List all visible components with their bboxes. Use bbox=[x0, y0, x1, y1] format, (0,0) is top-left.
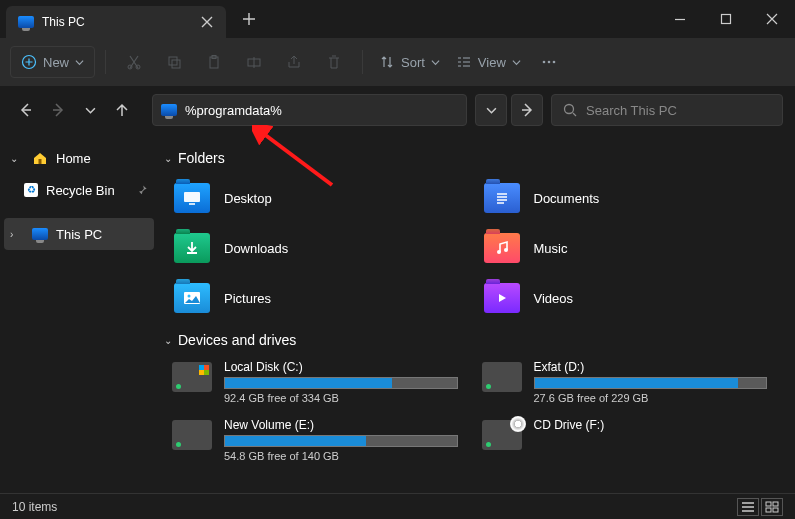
chevron-down-icon: ⌄ bbox=[164, 335, 172, 346]
navigation-pane: ⌄ Home Recycle Bin › This PC bbox=[0, 134, 158, 493]
share-button[interactable] bbox=[276, 46, 312, 78]
new-tab-button[interactable] bbox=[234, 4, 264, 34]
rename-button[interactable] bbox=[236, 46, 272, 78]
close-tab-button[interactable] bbox=[198, 13, 216, 31]
drive-exfat-d[interactable]: Exfat (D:) 27.6 GB free of 229 GB bbox=[480, 358, 790, 406]
share-icon bbox=[286, 54, 302, 70]
sort-icon bbox=[379, 54, 395, 70]
svg-point-11 bbox=[553, 61, 556, 64]
go-button[interactable] bbox=[511, 94, 543, 126]
videos-icon bbox=[484, 283, 520, 313]
drive-label: CD Drive (F:) bbox=[534, 418, 768, 432]
tab-title: This PC bbox=[42, 15, 190, 29]
address-input[interactable] bbox=[185, 103, 458, 118]
folder-documents[interactable]: Documents bbox=[480, 176, 790, 220]
sidebar-label: This PC bbox=[56, 227, 102, 242]
folder-label: Downloads bbox=[224, 241, 288, 256]
svg-rect-14 bbox=[184, 192, 200, 202]
paste-button[interactable] bbox=[196, 46, 232, 78]
view-button[interactable]: View bbox=[450, 46, 527, 78]
close-icon bbox=[764, 11, 780, 27]
drive-label: Exfat (D:) bbox=[534, 360, 768, 374]
status-bar: 10 items bbox=[0, 493, 795, 519]
desktop-icon bbox=[174, 183, 210, 213]
close-window-button[interactable] bbox=[749, 0, 795, 38]
sidebar-label: Recycle Bin bbox=[46, 183, 115, 198]
plus-circle-icon bbox=[21, 54, 37, 70]
thumbnails-view-button[interactable] bbox=[761, 498, 783, 516]
sidebar-item-home[interactable]: ⌄ Home bbox=[4, 142, 154, 174]
sidebar-item-this-pc[interactable]: › This PC bbox=[4, 218, 154, 250]
cd-drive-icon bbox=[482, 420, 522, 450]
svg-point-9 bbox=[543, 61, 546, 64]
drive-new-volume-e[interactable]: New Volume (E:) 54.8 GB free of 140 GB bbox=[170, 416, 480, 464]
group-header-drives[interactable]: ⌄ Devices and drives bbox=[164, 332, 789, 348]
folder-label: Desktop bbox=[224, 191, 272, 206]
arrow-right-icon bbox=[50, 102, 66, 118]
back-button[interactable] bbox=[12, 96, 40, 124]
window-controls bbox=[657, 0, 795, 38]
more-icon bbox=[541, 54, 557, 70]
navigation-bar bbox=[0, 86, 795, 134]
forward-button[interactable] bbox=[44, 96, 72, 124]
group-header-folders[interactable]: ⌄ Folders bbox=[164, 150, 789, 166]
search-box[interactable] bbox=[551, 94, 783, 126]
folder-label: Documents bbox=[534, 191, 600, 206]
downloads-icon bbox=[174, 233, 210, 263]
drive-icon bbox=[172, 420, 212, 450]
svg-rect-4 bbox=[169, 57, 177, 65]
drive-cd-f[interactable]: CD Drive (F:) bbox=[480, 416, 790, 464]
drive-free-text: 54.8 GB free of 140 GB bbox=[224, 450, 458, 462]
chevron-down-icon bbox=[85, 105, 96, 116]
list-icon bbox=[741, 501, 755, 513]
window-tab[interactable]: This PC bbox=[6, 6, 226, 38]
svg-rect-20 bbox=[766, 502, 771, 506]
svg-rect-15 bbox=[189, 203, 195, 205]
folder-pictures[interactable]: Pictures bbox=[170, 276, 480, 320]
sidebar-item-recycle-bin[interactable]: Recycle Bin bbox=[4, 174, 154, 206]
folder-videos[interactable]: Videos bbox=[480, 276, 790, 320]
chevron-down-icon bbox=[431, 58, 440, 67]
svg-rect-22 bbox=[766, 508, 771, 512]
svg-rect-13 bbox=[39, 159, 42, 164]
copy-button[interactable] bbox=[156, 46, 192, 78]
recent-button[interactable] bbox=[76, 96, 104, 124]
search-input[interactable] bbox=[586, 103, 772, 118]
folder-downloads[interactable]: Downloads bbox=[170, 226, 480, 270]
folder-music[interactable]: Music bbox=[480, 226, 790, 270]
close-icon bbox=[199, 14, 215, 30]
arrow-up-icon bbox=[114, 102, 130, 118]
details-view-button[interactable] bbox=[737, 498, 759, 516]
address-history-button[interactable] bbox=[475, 94, 507, 126]
drive-usage-bar bbox=[224, 377, 458, 389]
recycle-bin-icon bbox=[24, 183, 38, 197]
chevron-down-icon: ⌄ bbox=[10, 153, 24, 164]
cut-button[interactable] bbox=[116, 46, 152, 78]
this-pc-icon bbox=[32, 228, 48, 240]
new-button[interactable]: New bbox=[10, 46, 95, 78]
delete-button[interactable] bbox=[316, 46, 352, 78]
drive-icon bbox=[482, 362, 522, 392]
svg-rect-5 bbox=[172, 60, 180, 68]
paste-icon bbox=[206, 54, 222, 70]
up-button[interactable] bbox=[108, 96, 136, 124]
drive-label: New Volume (E:) bbox=[224, 418, 458, 432]
sort-button[interactable]: Sort bbox=[373, 46, 446, 78]
address-bar[interactable] bbox=[152, 94, 467, 126]
chevron-down-icon bbox=[486, 105, 497, 116]
group-label: Folders bbox=[178, 150, 225, 166]
folder-desktop[interactable]: Desktop bbox=[170, 176, 480, 220]
svg-rect-23 bbox=[773, 508, 778, 512]
this-pc-icon bbox=[18, 16, 34, 28]
svg-point-12 bbox=[565, 105, 574, 114]
folder-label: Videos bbox=[534, 291, 574, 306]
view-label: View bbox=[478, 55, 506, 70]
more-button[interactable] bbox=[531, 46, 567, 78]
drive-local-c[interactable]: Local Disk (C:) 92.4 GB free of 334 GB bbox=[170, 358, 480, 406]
svg-point-19 bbox=[188, 295, 191, 298]
title-bar: This PC bbox=[0, 0, 795, 38]
maximize-button[interactable] bbox=[703, 0, 749, 38]
arrow-right-icon bbox=[519, 102, 535, 118]
delete-icon bbox=[326, 54, 342, 70]
minimize-button[interactable] bbox=[657, 0, 703, 38]
